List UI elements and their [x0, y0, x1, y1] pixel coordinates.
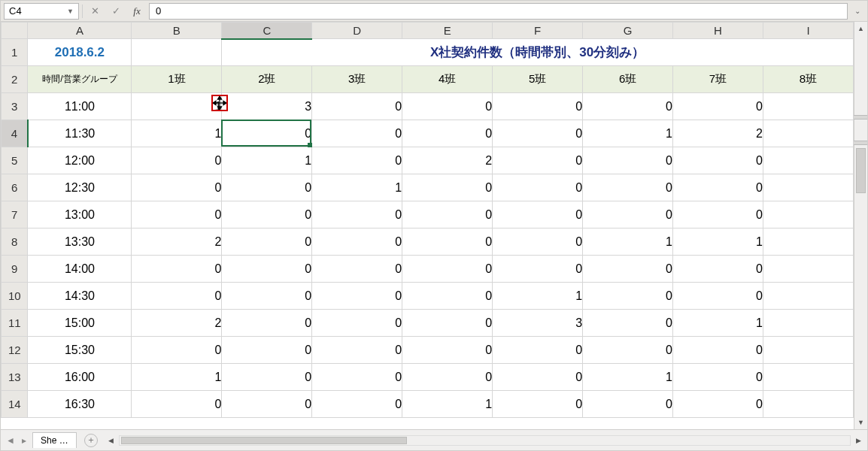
formula-input[interactable]: 0 [149, 3, 848, 20]
data-cell[interactable]: 0 [402, 93, 493, 120]
time-cell[interactable]: 16:30 [28, 391, 132, 418]
data-cell[interactable]: 1 [673, 229, 763, 256]
data-cell[interactable]: 0 [312, 364, 402, 391]
data-cell[interactable]: 0 [132, 283, 222, 310]
data-cell[interactable]: 1 [402, 391, 493, 418]
group-header-1[interactable]: 1班 [132, 66, 222, 93]
group-header-2[interactable]: 2班 [222, 66, 312, 93]
data-cell[interactable]: 0 [402, 337, 493, 364]
data-cell[interactable]: 0 [402, 364, 493, 391]
data-cell[interactable]: 0 [222, 310, 312, 337]
data-cell[interactable]: 0 [312, 147, 402, 174]
row-header-12[interactable]: 12 [2, 337, 28, 364]
data-cell[interactable]: 0 [312, 201, 402, 229]
expand-formula-bar-button[interactable]: ⌄ [851, 7, 864, 15]
data-cell[interactable] [763, 174, 853, 201]
data-cell[interactable]: 0 [222, 201, 312, 229]
group-header-7[interactable]: 7班 [673, 66, 763, 93]
row-header-11[interactable]: 11 [2, 310, 28, 337]
scroll-down-button[interactable]: ▼ [854, 416, 867, 429]
data-cell[interactable]: 0 [312, 337, 402, 364]
hscroll-track[interactable] [119, 435, 851, 446]
data-cell[interactable]: 0 [583, 174, 673, 201]
data-cell[interactable]: 0 [583, 147, 673, 174]
data-cell[interactable]: 0 [132, 337, 222, 364]
time-cell[interactable]: 13:00 [28, 201, 132, 229]
group-header-3[interactable]: 3班 [312, 66, 402, 93]
data-cell[interactable] [763, 93, 853, 120]
data-cell[interactable]: 1 [132, 364, 222, 391]
data-cell[interactable]: 1 [673, 310, 763, 337]
data-cell[interactable] [763, 229, 853, 256]
row-header-4[interactable]: 4 [2, 120, 28, 147]
data-cell[interactable]: 0 [673, 93, 763, 120]
cell-B1[interactable] [132, 39, 222, 66]
group-header-5[interactable]: 5班 [493, 66, 583, 93]
tab-nav-first-icon[interactable]: ◄ [5, 435, 16, 446]
data-cell[interactable]: 0 [132, 256, 222, 283]
time-cell[interactable]: 15:30 [28, 337, 132, 364]
data-cell[interactable]: 0 [222, 120, 312, 147]
vertical-scrollbar[interactable]: ▲ ▼ [854, 22, 867, 429]
data-cell[interactable]: 2 [673, 120, 763, 147]
data-cell[interactable]: 0 [673, 147, 763, 174]
data-cell[interactable]: 0 [132, 391, 222, 418]
column-header-G[interactable]: G [583, 23, 673, 39]
data-cell[interactable]: 0 [493, 120, 583, 147]
row-header-3[interactable]: 3 [2, 93, 28, 120]
data-cell[interactable] [763, 201, 853, 229]
select-all-corner[interactable] [2, 23, 28, 39]
group-header-4[interactable]: 4班 [402, 66, 493, 93]
time-cell[interactable]: 11:30 [28, 120, 132, 147]
time-cell[interactable]: 14:00 [28, 256, 132, 283]
data-cell[interactable] [763, 283, 853, 310]
row-header-6[interactable]: 6 [2, 174, 28, 201]
tab-nav-prev-icon[interactable]: ▸ [19, 435, 29, 446]
data-cell[interactable]: 0 [402, 256, 493, 283]
data-cell[interactable]: 0 [493, 93, 583, 120]
cancel-formula-button[interactable]: ✕ [86, 3, 104, 20]
data-cell[interactable]: 0 [402, 229, 493, 256]
column-header-A[interactable]: A [28, 23, 132, 39]
data-cell[interactable]: 0 [312, 310, 402, 337]
data-cell[interactable]: 0 [312, 256, 402, 283]
data-cell[interactable]: 3 [493, 310, 583, 337]
data-cell[interactable] [763, 120, 853, 147]
insert-function-button[interactable]: fx [128, 3, 146, 20]
data-cell[interactable]: 3 [222, 93, 312, 120]
add-sheet-button[interactable]: ＋ [84, 434, 98, 447]
title-cell[interactable]: X社契約件数（時間帯別、30分刻み） [222, 39, 854, 66]
data-cell[interactable]: 0 [312, 229, 402, 256]
data-cell[interactable]: 0 [312, 93, 402, 120]
spreadsheet-grid[interactable]: ABCDEFGHI 12018.6.2X社契約件数（時間帯別、30分刻み）2時間… [1, 22, 854, 418]
data-cell[interactable]: 0 [222, 337, 312, 364]
split-handle-top[interactable] [854, 115, 867, 120]
scroll-up-button[interactable]: ▲ [854, 22, 867, 35]
data-cell[interactable]: 1 [312, 174, 402, 201]
time-cell[interactable]: 11:00 [28, 93, 132, 120]
sheet-tab[interactable]: She … [32, 432, 77, 448]
data-cell[interactable]: 0 [673, 337, 763, 364]
enter-formula-button[interactable]: ✓ [107, 3, 125, 20]
data-cell[interactable] [763, 147, 853, 174]
data-cell[interactable]: 0 [493, 174, 583, 201]
data-cell[interactable]: 1 [132, 120, 222, 147]
data-cell[interactable]: 1 [583, 364, 673, 391]
group-header-6[interactable]: 6班 [583, 66, 673, 93]
row-header-9[interactable]: 9 [2, 256, 28, 283]
row-header-13[interactable]: 13 [2, 364, 28, 391]
data-cell[interactable]: 0 [673, 201, 763, 229]
time-cell[interactable]: 12:00 [28, 147, 132, 174]
data-cell[interactable]: 0 [493, 337, 583, 364]
data-cell[interactable]: 0 [583, 337, 673, 364]
column-header-H[interactable]: H [673, 23, 763, 39]
data-cell[interactable] [763, 391, 853, 418]
scroll-left-button[interactable]: ◀ [105, 437, 117, 444]
data-cell[interactable]: 0 [222, 256, 312, 283]
data-cell[interactable]: 0 [673, 391, 763, 418]
column-header-B[interactable]: B [132, 23, 222, 39]
data-cell[interactable]: 2 [132, 310, 222, 337]
data-cell[interactable]: 1 [132, 93, 222, 120]
data-cell[interactable]: 0 [583, 310, 673, 337]
data-cell[interactable]: 0 [402, 201, 493, 229]
